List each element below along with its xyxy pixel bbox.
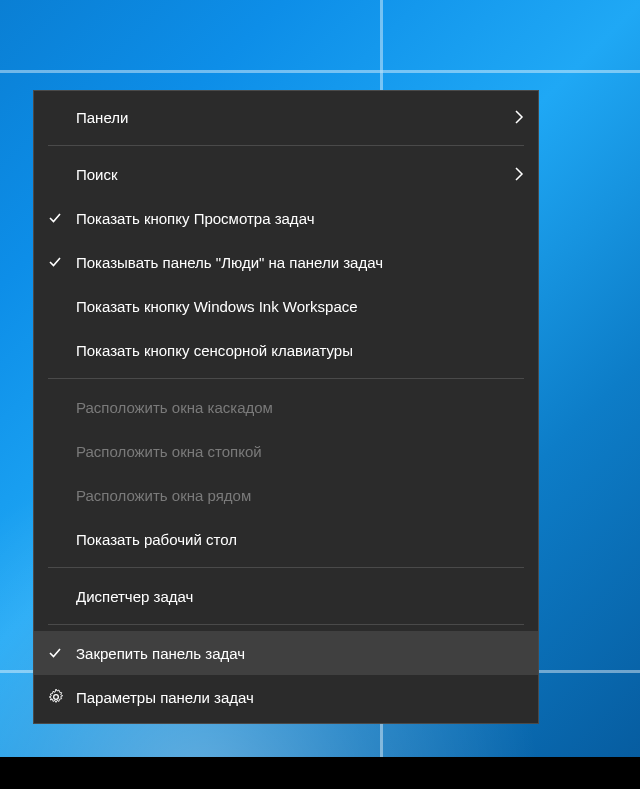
menu-label: Показать рабочий стол — [76, 531, 500, 548]
menu-item-show-desktop[interactable]: Показать рабочий стол — [34, 517, 538, 561]
menu-item-show-task-view[interactable]: Показать кнопку Просмотра задач — [34, 196, 538, 240]
menu-item-stacked: Расположить окна стопкой — [34, 429, 538, 473]
menu-item-side-by-side: Расположить окна рядом — [34, 473, 538, 517]
menu-label: Расположить окна рядом — [76, 487, 500, 504]
menu-item-lock-taskbar[interactable]: Закрепить панель задач — [34, 631, 538, 675]
menu-item-task-manager[interactable]: Диспетчер задач — [34, 574, 538, 618]
checkmark-icon — [48, 211, 76, 225]
menu-label: Панели — [76, 109, 500, 126]
menu-label: Показывать панель "Люди" на панели задач — [76, 254, 500, 271]
menu-item-show-people[interactable]: Показывать панель "Люди" на панели задач — [34, 240, 538, 284]
menu-label: Расположить окна каскадом — [76, 399, 500, 416]
menu-separator — [48, 378, 524, 379]
menu-label: Расположить окна стопкой — [76, 443, 500, 460]
menu-item-search[interactable]: Поиск — [34, 152, 538, 196]
chevron-right-icon — [500, 110, 524, 124]
menu-item-show-ink[interactable]: Показать кнопку Windows Ink Workspace — [34, 284, 538, 328]
menu-separator — [48, 567, 524, 568]
chevron-right-icon — [500, 167, 524, 181]
menu-separator — [48, 624, 524, 625]
menu-separator — [48, 145, 524, 146]
checkmark-icon — [48, 255, 76, 269]
menu-label: Параметры панели задач — [76, 689, 500, 706]
menu-label: Показать кнопку сенсорной клавиатуры — [76, 342, 500, 359]
taskbar-strip — [0, 757, 640, 789]
checkmark-icon — [48, 646, 76, 660]
menu-item-show-keyboard[interactable]: Показать кнопку сенсорной клавиатуры — [34, 328, 538, 372]
menu-label: Показать кнопку Просмотра задач — [76, 210, 500, 227]
menu-item-panels[interactable]: Панели — [34, 95, 538, 139]
menu-label: Поиск — [76, 166, 500, 183]
gear-icon — [48, 689, 76, 705]
menu-label: Показать кнопку Windows Ink Workspace — [76, 298, 500, 315]
menu-label: Диспетчер задач — [76, 588, 500, 605]
menu-label: Закрепить панель задач — [76, 645, 500, 662]
menu-item-cascade: Расположить окна каскадом — [34, 385, 538, 429]
menu-item-taskbar-settings[interactable]: Параметры панели задач — [34, 675, 538, 719]
taskbar-context-menu: Панели Поиск Показать кнопку Просмотра з… — [33, 90, 539, 724]
